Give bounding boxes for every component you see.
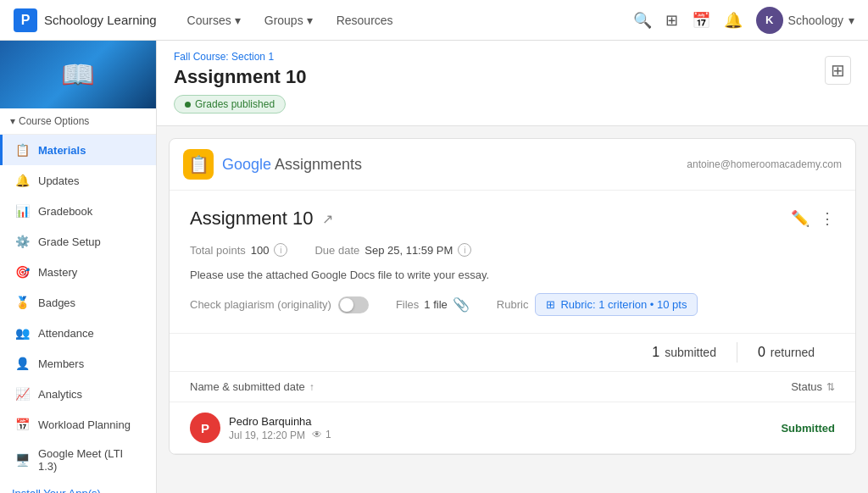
google-assignments-panel: 📋 Google Assignments antoine@homeroomaca… xyxy=(169,138,856,455)
sidebar-item-attendance[interactable]: 👥 Attendance xyxy=(0,318,156,348)
student-views: 👁 1 xyxy=(312,429,331,440)
sidebar-item-workload-planning[interactable]: 📅 Workload Planning xyxy=(0,409,156,440)
table-row: P Pedro Barquinha Jul 19, 12:20 PM 👁 1 xyxy=(170,402,855,454)
description-text: Please use the attached Google Docs file… xyxy=(190,269,835,281)
avatar: P xyxy=(190,413,220,443)
chevron-down-icon: ▾ xyxy=(235,14,241,27)
breadcrumb[interactable]: Fall Course: Section 1 xyxy=(174,51,851,63)
student-details: Pedro Barquinha Jul 19, 12:20 PM 👁 1 xyxy=(229,415,331,441)
search-icon[interactable]: 🔍 xyxy=(633,11,652,30)
sidebar-item-materials[interactable]: 📋 Materials xyxy=(0,135,156,165)
mastery-icon: 🎯 xyxy=(14,264,30,280)
nav-icon-group: 🔍 ⊞ 📅 🔔 K Schoology ▾ xyxy=(633,7,854,34)
members-icon: 👤 xyxy=(14,356,30,371)
page-title: Assignment 10 xyxy=(174,66,851,88)
updates-icon: 🔔 xyxy=(14,173,30,188)
chevron-down-icon: ▾ xyxy=(307,14,313,27)
eye-icon: 👁 xyxy=(312,429,322,440)
sidebar: 📖 ▾ Course Options 📋 Materials 🔔 Updates… xyxy=(0,41,157,493)
workload-planning-icon: 📅 xyxy=(14,417,30,432)
course-options-toggle[interactable]: ▾ Course Options xyxy=(0,108,156,135)
account-menu[interactable]: K Schoology ▾ xyxy=(756,7,854,34)
assignment-name-row: Assignment 10 ↗ ✏️ ⋮ xyxy=(190,208,835,230)
status-badge: Grades published xyxy=(174,95,286,114)
sidebar-item-grade-setup[interactable]: ⚙️ Grade Setup xyxy=(0,226,156,257)
info-icon-due[interactable]: i xyxy=(458,243,471,257)
analytics-icon: 📈 xyxy=(14,386,30,402)
total-points: Total points 100 i xyxy=(190,243,287,257)
plagiarism-toggle[interactable] xyxy=(338,296,369,313)
edit-icon[interactable]: ✏️ xyxy=(791,209,810,228)
logo[interactable]: P Schoology Learning xyxy=(14,8,157,32)
submissions-summary: 1 submitted 0 returned xyxy=(170,334,855,372)
top-navigation: P Schoology Learning Courses ▾ Groups ▾ … xyxy=(0,0,868,41)
rubric-button[interactable]: ⊞ Rubric: 1 criterion • 10 pts xyxy=(535,293,698,316)
action-icons: ✏️ ⋮ xyxy=(791,209,835,228)
sidebar-item-badges[interactable]: 🏅 Badges xyxy=(0,287,156,318)
nav-courses[interactable]: Courses ▾ xyxy=(177,7,251,34)
paperclip-icon: 📎 xyxy=(453,296,470,313)
grid-icon[interactable]: ⊞ xyxy=(665,11,678,30)
content-area: Fall Course: Section 1 Assignment 10 Gra… xyxy=(157,41,868,493)
student-name: Pedro Barquinha xyxy=(229,415,331,428)
files-option: Files 1 file 📎 xyxy=(396,296,470,313)
course-banner: 📖 xyxy=(0,41,156,108)
assignment-detail: Assignment 10 ↗ ✏️ ⋮ Total points 100 i xyxy=(170,191,855,334)
nav-groups[interactable]: Groups ▾ xyxy=(254,7,323,34)
chevron-down-icon: ▾ xyxy=(10,115,15,127)
due-date: Due date Sep 25, 11:59 PM i xyxy=(314,243,471,257)
book-icon: 📖 xyxy=(61,58,95,91)
submissions-table: Name & submitted date ↑ Status ⇅ P Pedro… xyxy=(170,372,855,454)
main-layout: 📖 ▾ Course Options 📋 Materials 🔔 Updates… xyxy=(0,41,868,493)
logo-text: Schoology Learning xyxy=(44,13,157,27)
logo-icon: P xyxy=(14,8,37,32)
submission-status: Submitted xyxy=(781,422,835,435)
materials-icon: 📋 xyxy=(14,142,30,158)
avatar: K xyxy=(756,7,783,34)
returned-count: 0 returned xyxy=(737,345,835,360)
submitted-count: 1 submitted xyxy=(632,345,737,360)
google-meet-icon: 🖥️ xyxy=(14,452,30,468)
grid-view-button[interactable]: ⊞ xyxy=(825,56,851,85)
badges-icon: 🏅 xyxy=(14,295,30,310)
meta-row: Total points 100 i Due date Sep 25, 11:5… xyxy=(190,243,835,257)
options-row: Check plagiarism (originality) Files 1 f… xyxy=(190,293,835,316)
info-icon[interactable]: i xyxy=(274,243,287,257)
ga-logo-text: Google Assignments xyxy=(222,156,362,174)
col-status-header[interactable]: Status ⇅ xyxy=(791,380,835,393)
ga-logo-icon: 📋 xyxy=(183,149,214,180)
sort-swap-icon: ⇅ xyxy=(826,381,835,393)
sidebar-item-gradebook[interactable]: 📊 Gradebook xyxy=(0,196,156,226)
gradebook-icon: 📊 xyxy=(14,203,30,219)
assignment-name: Assignment 10 ↗ xyxy=(190,208,333,230)
col-name-header[interactable]: Name & submitted date ↑ xyxy=(190,380,314,393)
course-options-label: Course Options xyxy=(19,115,89,127)
sidebar-item-mastery[interactable]: 🎯 Mastery xyxy=(0,257,156,287)
sidebar-item-updates[interactable]: 🔔 Updates xyxy=(0,165,156,196)
student-info: P Pedro Barquinha Jul 19, 12:20 PM 👁 1 xyxy=(190,413,331,443)
account-label: Schoology xyxy=(788,14,843,27)
sidebar-item-google-meet[interactable]: 🖥️ Google Meet (LTI 1.3) xyxy=(0,440,156,480)
plagiarism-option: Check plagiarism (originality) xyxy=(190,296,369,313)
sidebar-item-members[interactable]: 👤 Members xyxy=(0,348,156,379)
sort-asc-icon: ↑ xyxy=(309,381,314,393)
more-icon[interactable]: ⋮ xyxy=(820,209,835,228)
student-date: Jul 19, 12:20 PM xyxy=(229,429,305,441)
external-link-icon[interactable]: ↗ xyxy=(322,211,333,227)
status-dot xyxy=(185,102,191,108)
calendar-icon[interactable]: 📅 xyxy=(692,11,710,30)
grade-setup-icon: ⚙️ xyxy=(14,234,30,249)
install-apps-link[interactable]: Install Your App(s) xyxy=(0,480,156,493)
rubric-option: Rubric ⊞ Rubric: 1 criterion • 10 pts xyxy=(497,293,698,316)
ga-logo: 📋 Google Assignments xyxy=(183,149,362,180)
nav-links: Courses ▾ Groups ▾ Resources xyxy=(177,7,633,34)
bell-icon[interactable]: 🔔 xyxy=(724,11,743,30)
table-header: Name & submitted date ↑ Status ⇅ xyxy=(170,372,855,402)
ga-header: 📋 Google Assignments antoine@homeroomaca… xyxy=(170,139,855,191)
rubric-icon: ⊞ xyxy=(546,298,555,311)
nav-resources[interactable]: Resources xyxy=(326,7,403,34)
attendance-icon: 👥 xyxy=(14,325,30,341)
chevron-down-icon: ▾ xyxy=(849,14,854,27)
sidebar-item-analytics[interactable]: 📈 Analytics xyxy=(0,379,156,409)
assignment-header: Fall Course: Section 1 Assignment 10 Gra… xyxy=(157,41,868,126)
